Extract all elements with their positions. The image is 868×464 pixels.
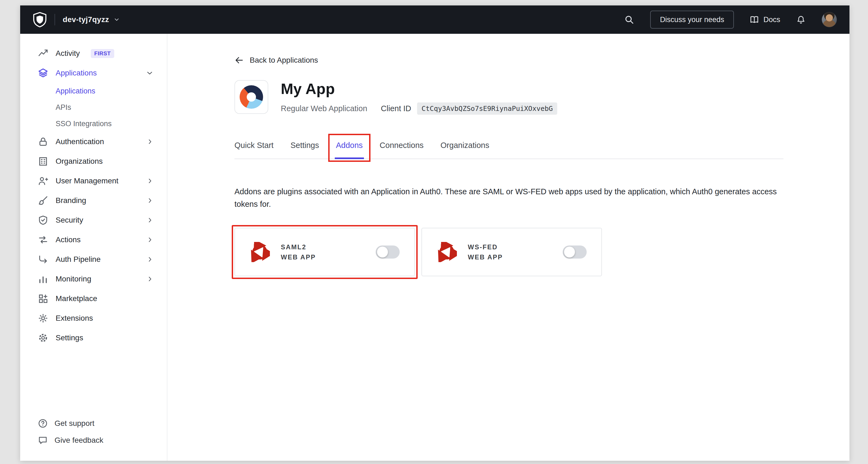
tab-settings[interactable]: Settings [290, 141, 319, 159]
tab-quick-start[interactable]: Quick Start [235, 141, 273, 159]
sidebar-item-label: Settings [56, 333, 83, 342]
extensions-icon [38, 313, 49, 324]
active-tab-underline [335, 158, 364, 159]
sidebar-item-label: Security [56, 216, 83, 225]
discuss-needs-button[interactable]: Discuss your needs [650, 11, 734, 29]
sidebar-item-settings[interactable]: Settings [20, 328, 167, 347]
subitem-label: Applications [56, 87, 95, 95]
sidebar-item-branding[interactable]: Branding [20, 191, 167, 210]
help-icon [38, 418, 48, 429]
marketplace-icon [38, 293, 49, 304]
tab-label: Settings [290, 141, 319, 150]
sidebar-item-activity[interactable]: Activity FIRST [20, 43, 167, 63]
gear-icon [38, 332, 49, 343]
chevron-right-icon [146, 177, 154, 185]
addon-name: WS-FED WEB APP [468, 242, 503, 262]
main-content: Back to Applications My App Regular Web … [167, 34, 849, 461]
search-icon[interactable] [624, 14, 634, 25]
app-meta: Regular Web Application Client ID CtCqy3… [281, 102, 557, 115]
tab-addons[interactable]: Addons [336, 141, 363, 159]
back-to-applications-link[interactable]: Back to Applications [235, 56, 318, 65]
app-window: dev-tyj7qyzz Discuss your needs Docs [20, 5, 849, 461]
addon-card-wsfed[interactable]: WS-FED WEB APP [422, 228, 602, 276]
sidebar-item-extensions[interactable]: Extensions [20, 308, 167, 328]
sidebar: Activity FIRST Applications Applications… [20, 34, 167, 461]
sidebar-item-organizations[interactable]: Organizations [20, 152, 167, 171]
get-support-link[interactable]: Get support [20, 415, 167, 432]
sidebar-item-applications[interactable]: Applications [20, 63, 167, 83]
activity-icon [38, 48, 49, 59]
client-id-value: CtCqy3AvbQZSo7sE9RiynaPuiXOxvebG [417, 102, 557, 115]
footer-label: Give feedback [55, 436, 103, 445]
book-icon [750, 15, 759, 24]
sidebar-item-label: Auth Pipeline [56, 255, 101, 264]
sidebar-item-label: Extensions [56, 314, 93, 323]
sidebar-item-label: Marketplace [56, 294, 97, 303]
sidebar-subitem-sso-integrations[interactable]: SSO Integrations [20, 115, 167, 132]
sidebar-item-user-management[interactable]: User Management [20, 171, 167, 191]
tab-connections[interactable]: Connections [380, 141, 424, 159]
topbar: dev-tyj7qyzz Discuss your needs Docs [20, 5, 849, 34]
flow-icon [38, 234, 49, 245]
chevron-down-icon [146, 69, 154, 77]
bell-icon[interactable] [796, 15, 806, 25]
app-logo-donut [240, 85, 263, 109]
feedback-icon [38, 435, 48, 445]
shield-icon [38, 215, 49, 226]
users-icon [38, 175, 49, 186]
sidebar-item-label: Actions [56, 235, 81, 244]
sidebar-item-actions[interactable]: Actions [20, 230, 167, 250]
sidebar-subitem-applications[interactable]: Applications [20, 83, 167, 99]
brand: dev-tyj7qyzz [33, 12, 120, 28]
app-header: My App Regular Web Application Client ID… [235, 80, 849, 115]
bar-chart-icon [38, 273, 49, 285]
sidebar-item-label: Branding [56, 196, 86, 205]
sidebar-item-label: Authentication [56, 137, 104, 146]
pipeline-icon [38, 254, 49, 265]
app-title: My App [281, 80, 557, 98]
sidebar-item-monitoring[interactable]: Monitoring [20, 269, 167, 289]
tab-label: Quick Start [235, 141, 273, 150]
sidebar-item-security[interactable]: Security [20, 210, 167, 230]
addon-name: SAML2 WEB APP [281, 242, 316, 262]
addons-description: Addons are plugins associated with an Ap… [235, 185, 788, 210]
lock-icon [38, 136, 49, 147]
tab-bar: Quick Start Settings Addons Connections … [235, 141, 783, 159]
building-icon [38, 156, 49, 167]
addon-name-line2: WEB APP [281, 252, 316, 262]
chevron-right-icon [146, 197, 154, 204]
chevron-right-icon [146, 236, 154, 243]
docs-link[interactable]: Docs [750, 15, 780, 24]
sidebar-item-label: User Management [56, 176, 118, 185]
chevron-right-icon [146, 216, 154, 224]
sidebar-item-label: Organizations [56, 157, 103, 166]
tenant-switcher[interactable]: dev-tyj7qyzz [63, 15, 120, 24]
sidebar-item-marketplace[interactable]: Marketplace [20, 289, 167, 308]
sidebar-footer: Get support Give feedback [20, 415, 167, 449]
addon-name-line2: WEB APP [468, 252, 503, 262]
tab-label: Addons [336, 141, 363, 150]
brush-icon [38, 195, 49, 206]
give-feedback-link[interactable]: Give feedback [20, 432, 167, 449]
back-link-label: Back to Applications [250, 56, 318, 65]
avatar[interactable] [822, 12, 837, 27]
wsfed-toggle[interactable] [563, 245, 587, 259]
footer-label: Get support [55, 419, 94, 428]
addon-card-saml2[interactable]: SAML2 WEB APP [235, 228, 415, 276]
chevron-down-icon [114, 16, 120, 23]
tenant-name: dev-tyj7qyzz [63, 15, 109, 24]
first-badge: FIRST [91, 49, 114, 58]
tab-label: Connections [380, 141, 424, 150]
subitem-label: APIs [56, 103, 71, 112]
client-id-label: Client ID [381, 104, 411, 113]
sidebar-item-label: Applications [56, 69, 97, 77]
tab-organizations[interactable]: Organizations [440, 141, 489, 159]
chevron-right-icon [146, 275, 154, 283]
sidebar-subitem-apis[interactable]: APIs [20, 99, 167, 115]
saml2-toggle[interactable] [376, 245, 400, 259]
brand-divider [55, 14, 55, 25]
sidebar-item-auth-pipeline[interactable]: Auth Pipeline [20, 250, 167, 269]
sidebar-item-authentication[interactable]: Authentication [20, 132, 167, 152]
subitem-label: SSO Integrations [56, 120, 112, 128]
app-logo [235, 80, 268, 114]
